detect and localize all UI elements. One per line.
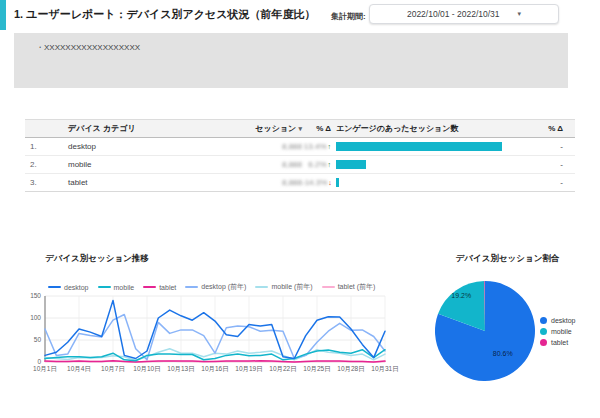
arrow-down-icon: ↓	[328, 179, 332, 186]
svg-text:50: 50	[34, 336, 42, 343]
engaged-sessions-bar	[336, 142, 502, 151]
svg-text:10月19日: 10月19日	[235, 365, 262, 373]
legend-swatch	[255, 286, 268, 288]
legend-label: desktop	[64, 284, 89, 291]
page-title: 1. ユーザーレポート：デバイス別アクセス状況（前年度比）	[14, 7, 316, 22]
legend-swatch	[185, 286, 198, 288]
engaged-sessions-bar-cell	[333, 142, 523, 151]
device-category-cell: mobile	[59, 160, 179, 169]
table-row: 1.desktop8,88813.4%↑-	[25, 138, 575, 156]
engaged-sessions-bar-cell	[333, 178, 523, 187]
legend-item: desktop	[48, 284, 89, 291]
delta-cell: -14.3%↓	[302, 178, 333, 187]
svg-text:10月16日: 10月16日	[201, 365, 228, 373]
table-row: 2.mobile8,8886.2%↑-	[25, 156, 575, 174]
row-index: 3.	[25, 178, 59, 187]
delta-cell: 6.2%↑	[302, 160, 333, 169]
legend-dot	[540, 339, 547, 346]
period-label: 集計期間:	[331, 11, 366, 22]
legend-label: tablet	[159, 284, 176, 291]
line-chart-title: デバイス別セッション推移	[45, 253, 149, 265]
arrow-up-icon: ↑	[328, 143, 332, 150]
delta2-cell: -	[523, 178, 575, 187]
delta-value: 13.4%	[304, 142, 327, 151]
legend-label: mobile	[551, 328, 572, 335]
row-index: 1.	[25, 142, 59, 151]
row-index: 2.	[25, 160, 59, 169]
legend-label: desktop	[551, 317, 576, 324]
pie-chart-legend: desktopmobiletablet	[540, 317, 576, 346]
legend-label: mobile	[114, 284, 135, 291]
device-category-cell: tablet	[59, 178, 179, 187]
legend-label: tablet	[551, 339, 568, 346]
svg-text:10月10日: 10月10日	[133, 365, 160, 373]
note-text: ・XXXXXXXXXXXXXXXXXX	[36, 43, 140, 52]
col-header-device-category[interactable]: デバイス カテゴリ	[59, 123, 179, 134]
svg-text:150: 150	[30, 292, 41, 299]
legend-dot	[540, 317, 547, 324]
delta-value: -14.3%	[302, 178, 327, 187]
header-accent-bar	[0, 0, 6, 30]
engaged-sessions-bar-cell	[333, 160, 523, 169]
line-chart[interactable]: 05010015010月1日10月4日10月7日10月10日10月13日10月1…	[25, 291, 400, 379]
legend-item: tablet	[143, 284, 176, 291]
svg-text:10月7日: 10月7日	[101, 365, 125, 373]
engaged-sessions-bar	[336, 160, 366, 169]
col-header-sessions[interactable]: セッション ▾	[179, 123, 302, 134]
sessions-cell: 8,888	[179, 178, 302, 187]
device-category-cell: desktop	[59, 142, 179, 151]
date-range-dropdown[interactable]: 2022/10/01 - 2022/10/31 ▾	[369, 4, 559, 24]
legend-swatch	[143, 286, 156, 288]
delta-cell: 13.4%↑	[302, 142, 333, 151]
pie-chart-title: デバイス別セッション割合	[415, 253, 600, 265]
svg-text:10月25日: 10月25日	[303, 365, 330, 373]
svg-text:10月4日: 10月4日	[67, 365, 91, 373]
sessions-cell: 8,888	[179, 142, 302, 151]
chevron-down-icon: ▾	[518, 10, 522, 18]
col-header-engaged-sessions[interactable]: エンゲージのあったセッション数	[333, 123, 523, 134]
table-body: 1.desktop8,88813.4%↑-2.mobile8,8886.2%↑-…	[25, 138, 575, 192]
legend-swatch	[322, 286, 335, 288]
legend-swatch	[48, 286, 61, 288]
arrow-up-icon: ↑	[328, 161, 332, 168]
legend-item: mobile	[540, 328, 576, 335]
svg-text:10月13日: 10月13日	[167, 365, 194, 373]
date-range-value: 2022/10/01 - 2022/10/31	[407, 9, 500, 19]
col-header-delta[interactable]: % Δ	[302, 124, 333, 133]
legend-item: desktop	[540, 317, 576, 324]
col-header-delta2[interactable]: % Δ	[523, 124, 575, 133]
legend-dot	[540, 328, 547, 335]
svg-text:10月1日: 10月1日	[33, 365, 57, 373]
delta2-cell: -	[523, 160, 575, 169]
delta2-cell: -	[523, 142, 575, 151]
svg-text:10月22日: 10月22日	[269, 365, 296, 373]
note-box: ・XXXXXXXXXXXXXXXXXX	[14, 33, 568, 88]
table-header-row: デバイス カテゴリ セッション ▾ % Δ エンゲージのあったセッション数 % …	[25, 119, 575, 138]
pie-slice-label: 19.2%	[451, 292, 471, 299]
legend-item: tablet	[540, 339, 576, 346]
legend-item: mobile	[98, 284, 135, 291]
delta-value: 6.2%	[308, 160, 326, 169]
pie-slice-label: 80.6%	[493, 350, 513, 357]
table-row: 3.tablet8,888-14.3%↓-	[25, 174, 575, 192]
svg-text:10月28日: 10月28日	[337, 365, 364, 373]
engaged-sessions-bar	[336, 178, 339, 187]
sessions-cell: 8,888	[179, 160, 302, 169]
pie-chart[interactable]: 80.6%19.2%	[418, 266, 543, 391]
svg-text:100: 100	[30, 314, 41, 321]
legend-swatch	[98, 286, 111, 288]
device-table: デバイス カテゴリ セッション ▾ % Δ エンゲージのあったセッション数 % …	[25, 119, 575, 192]
svg-text:10月31日: 10月31日	[371, 365, 398, 373]
